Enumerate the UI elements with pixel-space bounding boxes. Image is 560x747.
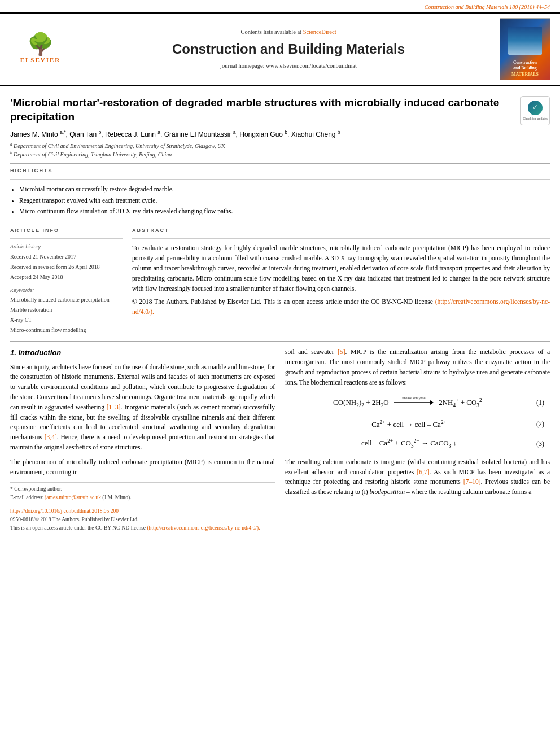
section1-heading: 1. Introduction [10,347,275,359]
article-dates: Received 21 November 2017 Received in re… [10,252,123,282]
article-info-label: ARTICLE INFO [10,227,123,234]
footnote-email-link[interactable]: james.minto@strath.ac.uk [45,495,101,500]
cite-link[interactable]: [7–10] [463,478,481,485]
abstract-col: ABSTRACT To evaluate a restoration strat… [132,227,550,336]
bottom-links: https://doi.org/10.1016/j.conbuildmat.20… [10,506,275,533]
equation-1: CO(NH2)2 + 2H2O urease enzyme 2NH4+ + CO… [285,395,550,412]
keywords-label: Keywords: [10,287,123,294]
body-para-1: Since antiquity, architects have focused… [10,362,275,453]
bottom-license-note: This is an open access article under the… [10,524,275,532]
highlight-item: Micro-continuum flow simulation of 3D X-… [19,206,550,217]
equation-3-content: cell – Ca2+ + CO32− → CaCO3 ↓ [291,437,527,450]
divider-before-body [10,341,550,342]
highlight-item: Reagent transport evolved with each trea… [19,195,550,207]
svg-text:urease enzyme: urease enzyme [402,396,425,400]
divider-after-affiliations [10,163,550,164]
check-updates-label: Check for updates [523,116,548,121]
cite-link[interactable]: [6,7] [417,469,429,475]
affiliations: a Department of Civil and Environmental … [10,142,550,159]
elsevier-logo-area: 🌳 ELSEVIER [7,18,80,80]
journal-citation-top: Construction and Building Materials 180 … [0,0,560,12]
elsevier-tree-icon: 🌳 [27,33,54,55]
cite-link[interactable]: [1–3] [107,404,121,410]
bottom-license-link[interactable]: (http://creativecommons.org/licenses/by-… [147,525,260,531]
keyword-item: Marble restoration [10,305,123,315]
keyword-item: Micro-continuum flow modelling [10,325,123,335]
journal-header-center: Contents lists available at ScienceDirec… [86,18,491,80]
body-left-col: 1. Introduction Since antiquity, archite… [10,347,275,532]
equation-2-content: Ca2+ + cell → cell – Ca2+ [291,418,527,430]
info-abstract-section: ARTICLE INFO Article history: Received 2… [10,227,550,336]
footnote-star: * Corresponding author. [10,485,275,493]
equation-2: Ca2+ + cell → cell – Ca2+ (2) [285,418,550,430]
sciencedirect-line: Contents lists available at ScienceDirec… [240,28,336,37]
article-title: 'Microbial mortar'-restoration of degrad… [10,96,515,124]
cite-link[interactable]: [3,4] [45,434,57,440]
keywords-list: Microbially induced carbonate precipitat… [10,295,123,335]
abstract-copyright: © 2018 The Authors. Published by Elsevie… [132,297,550,317]
article-info-col: ARTICLE INFO Article history: Received 2… [10,227,123,336]
abstract-text: To evaluate a restoration strategy for h… [132,243,550,294]
bottom-copyright: 0950-0618/© 2018 The Authors. Published … [10,516,275,524]
body-right-para-2: The resulting calcium carbonate is inorg… [285,457,550,497]
check-circle-icon: ✓ [528,101,542,115]
keyword-item: X-ray CT [10,315,123,325]
body-right-para-1: soil and seawater [5]. MICP is the miner… [285,347,550,387]
journal-header: 🌳 ELSEVIER Contents lists available at S… [0,12,560,86]
body-right-col: soil and seawater [5]. MICP is the miner… [285,347,550,532]
reaction-arrow-svg: urease enzyme [394,395,434,408]
highlight-item: Microbial mortar can successfully restor… [19,184,550,195]
body-para-2: The phenomenon of microbially induced ca… [10,457,275,478]
journal-cover-image: Constructionand Building MATERIALS [500,18,550,80]
footnote-email: E-mail address: james.minto@strath.ac.uk… [10,493,275,502]
highlights-label: HIGHLIGHTS [10,167,550,174]
equation-1-number: (1) [527,397,544,408]
equation-3: cell – Ca2+ + CO32− → CaCO3 ↓ (3) [285,437,550,450]
equation-2-number: (2) [527,419,544,430]
equation-3-number: (3) [527,439,544,449]
footnote-area: * Corresponding author. E-mail address: … [10,482,275,502]
cite-link[interactable]: [5] [338,348,345,355]
main-body: 1. Introduction Since antiquity, archite… [10,347,550,532]
check-for-updates-badge: ✓ Check for updates [520,96,550,125]
article-title-section: 'Microbial mortar'-restoration of degrad… [10,96,550,125]
highlights-list: Microbial mortar can successfully restor… [10,184,550,217]
date-revised: Received in revised form 26 April 2018 [10,262,123,272]
divider-article-info [10,238,123,239]
article-area: 'Microbial mortar'-restoration of degrad… [0,96,560,532]
journal-homepage: journal homepage: www.elsevier.com/locat… [220,62,357,71]
date-received: Received 21 November 2017 [10,252,123,262]
svg-marker-1 [430,400,434,405]
doi-link[interactable]: https://doi.org/10.1016/j.conbuildmat.20… [10,508,119,514]
sciencedirect-link[interactable]: ScienceDirect [303,29,336,35]
divider-below-highlights-label [10,179,550,180]
keyword-item: Microbially induced carbonate precipitat… [10,295,123,305]
divider-abstract [132,238,550,239]
journal-cover-right: Constructionand Building MATERIALS [497,18,553,80]
authors-line: James M. Minto a,*, Qian Tan b, Rebecca … [10,129,550,139]
divider-below-highlights [10,222,550,222]
history-label: Article history: [10,243,123,251]
elsevier-wordmark: ELSEVIER [20,56,61,64]
cover-materials-text: MATERIALS [511,71,539,77]
cover-title-text: Constructionand Building [513,60,537,71]
journal-title: Construction and Building Materials [172,40,405,59]
date-accepted: Accepted 24 May 2018 [10,272,123,282]
equation-1-content: CO(NH2)2 + 2H2O urease enzyme 2NH4+ + CO… [291,395,527,412]
abstract-label: ABSTRACT [132,227,550,234]
